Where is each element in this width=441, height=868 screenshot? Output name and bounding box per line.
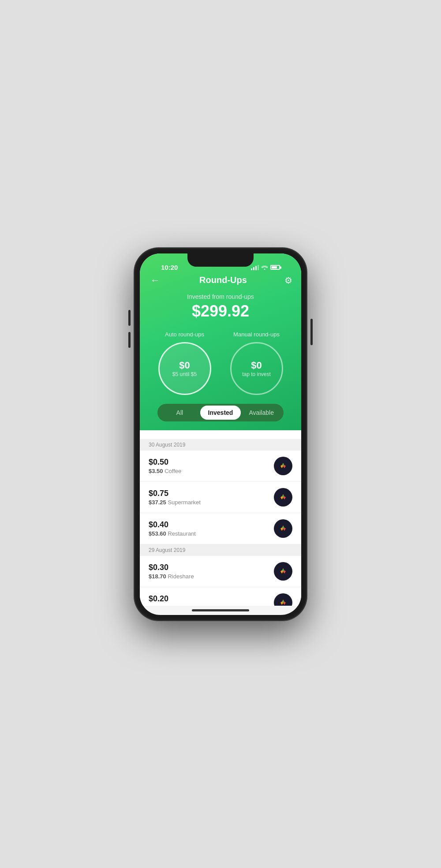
tab-invested[interactable]: Invested xyxy=(200,406,241,420)
tx-roundup-amount: $0.50 xyxy=(149,458,181,467)
roundup-circles: Auto round-ups $0 $5 until $5 Manual rou… xyxy=(149,331,292,395)
tx-info: $0.50 $3.50 Coffee xyxy=(149,458,181,474)
tx-info: $0.20 $10.80 Sushi xyxy=(149,594,182,606)
back-button[interactable]: ← xyxy=(149,273,162,288)
tx-roundup-amount: $0.75 xyxy=(149,489,201,498)
tx-sub: $37.25 Supermarket xyxy=(149,499,201,506)
auto-roundup-sub: $5 until $5 xyxy=(172,371,197,377)
date-header-2: 29 August 2019 xyxy=(140,544,301,556)
manual-roundup-label: Manual round-ups xyxy=(233,331,280,338)
page-title: Round-Ups xyxy=(199,275,247,285)
tx-icon xyxy=(274,593,292,606)
settings-button[interactable]: ⚙ xyxy=(284,275,292,286)
wifi-icon xyxy=(261,264,268,271)
power-button[interactable] xyxy=(310,319,313,345)
invested-from-label: Invested from round-ups xyxy=(149,293,292,300)
tx-sub: $18.70 Rideshare xyxy=(149,573,194,580)
transaction-item[interactable]: $0.75 $37.25 Supermarket xyxy=(140,482,301,513)
header-area: 10:20 xyxy=(140,253,301,430)
transaction-item[interactable]: $0.30 $18.70 Rideshare xyxy=(140,556,301,587)
transaction-list: 30 August 2019 $0.50 $3.50 Coffee xyxy=(140,430,301,606)
volume-down-button[interactable] xyxy=(128,332,131,348)
tx-icon xyxy=(274,519,292,538)
auto-roundup-item: Auto round-ups $0 $5 until $5 xyxy=(158,331,211,395)
auto-roundup-amount: $0 xyxy=(179,360,190,371)
manual-roundup-item: Manual round-ups $0 tap to invest xyxy=(230,331,283,395)
auto-roundup-label: Auto round-ups xyxy=(165,331,204,338)
auto-roundup-circle[interactable]: $0 $5 until $5 xyxy=(158,342,211,395)
status-time: 10:20 xyxy=(161,264,178,271)
transaction-item[interactable]: $0.40 $53.60 Restaurant xyxy=(140,513,301,544)
date-header-1: 30 August 2019 xyxy=(140,439,301,451)
phone-frame: 10:20 xyxy=(135,248,306,620)
manual-roundup-amount: $0 xyxy=(251,360,262,371)
signal-icon xyxy=(251,265,259,270)
tx-sub: $10.80 Sushi xyxy=(149,604,182,606)
tx-info: $0.40 $53.60 Restaurant xyxy=(149,520,196,537)
tx-icon xyxy=(274,562,292,581)
transaction-item[interactable]: $0.20 $10.80 Sushi xyxy=(140,587,301,606)
tab-available[interactable]: Available xyxy=(241,406,282,420)
notch xyxy=(187,253,254,267)
manual-roundup-circle[interactable]: $0 tap to invest xyxy=(230,342,283,395)
volume-up-button[interactable] xyxy=(128,310,131,326)
transaction-item[interactable]: $0.50 $3.50 Coffee xyxy=(140,451,301,482)
phone-screen: 10:20 xyxy=(140,253,301,615)
tx-roundup-amount: $0.30 xyxy=(149,563,194,572)
tx-sub: $3.50 Coffee xyxy=(149,468,181,474)
manual-roundup-sub: tap to invest xyxy=(242,371,271,377)
battery-icon xyxy=(270,265,280,270)
invested-amount: $299.92 xyxy=(149,302,292,320)
tx-sub: $53.60 Restaurant xyxy=(149,530,196,537)
tx-icon xyxy=(274,457,292,475)
status-icons xyxy=(251,264,280,271)
home-indicator[interactable] xyxy=(192,609,249,611)
tx-roundup-amount: $0.40 xyxy=(149,520,196,529)
tab-bar: All Invested Available xyxy=(157,404,284,421)
tx-icon xyxy=(274,488,292,507)
tab-all[interactable]: All xyxy=(159,406,200,420)
top-nav: ← Round-Ups ⚙ xyxy=(149,273,292,288)
tx-info: $0.75 $37.25 Supermarket xyxy=(149,489,201,506)
tx-roundup-amount: $0.20 xyxy=(149,594,182,604)
tx-info: $0.30 $18.70 Rideshare xyxy=(149,563,194,580)
